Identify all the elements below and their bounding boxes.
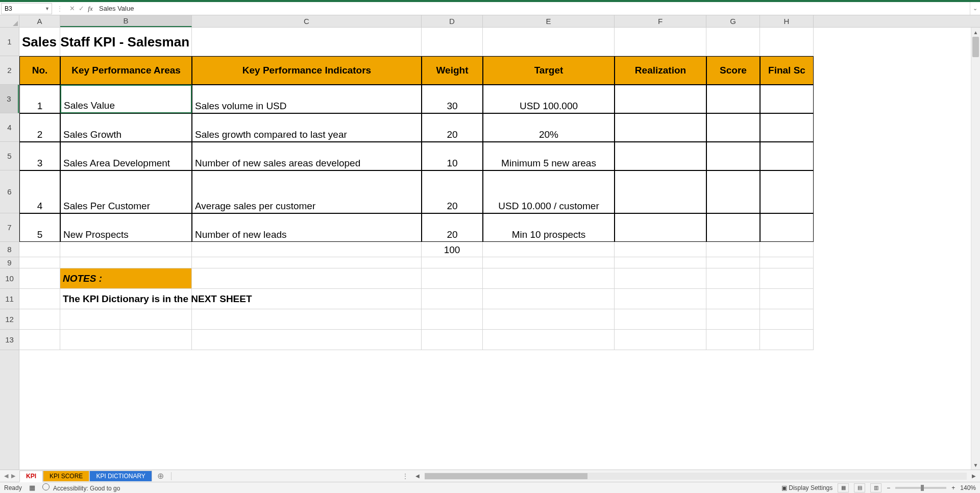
cell-E13[interactable]: [483, 330, 615, 350]
cell-H10[interactable]: [760, 268, 814, 289]
cell-H8[interactable]: [760, 242, 814, 257]
cell-G8[interactable]: [706, 242, 760, 257]
cell-F10[interactable]: [615, 268, 706, 289]
kpi-no-3[interactable]: 4: [19, 170, 60, 213]
display-settings-button[interactable]: ▣ Display Settings: [781, 484, 832, 491]
cell-A10[interactable]: [19, 268, 60, 289]
sheet-tab-kpi[interactable]: KPI: [19, 471, 43, 482]
kpi-weight-1[interactable]: 20: [422, 113, 483, 142]
col-header-B[interactable]: B: [60, 15, 192, 27]
kpi-target-3[interactable]: USD 10.000 / customer: [483, 170, 615, 213]
cell-E10[interactable]: [483, 268, 615, 289]
cell-E8[interactable]: [483, 242, 615, 257]
hscroll-right-icon[interactable]: ▶: [970, 473, 978, 479]
kpi-target-2[interactable]: Minimum 5 new areas: [483, 142, 615, 170]
scroll-down-icon[interactable]: ▼: [971, 460, 980, 470]
kpi-score-4[interactable]: [706, 213, 760, 242]
fx-icon[interactable]: fx: [86, 5, 95, 13]
cell-F12[interactable]: [615, 309, 706, 330]
cell-C10[interactable]: [192, 268, 422, 289]
cell-B13[interactable]: [60, 330, 192, 350]
accessibility-status[interactable]: Accessibility: Good to go: [42, 483, 120, 492]
name-box-dropdown-icon[interactable]: ▼: [45, 6, 50, 11]
formula-input[interactable]: Sales Value: [95, 2, 970, 15]
kpi-target-1[interactable]: 20%: [483, 113, 615, 142]
kpi-score-1[interactable]: [706, 113, 760, 142]
zoom-level[interactable]: 140%: [960, 484, 976, 491]
cell-E11[interactable]: [483, 289, 615, 309]
col-header-C[interactable]: C: [192, 15, 422, 27]
kpi-indicator-3[interactable]: Average sales per customer: [192, 170, 422, 213]
cell-C13[interactable]: [192, 330, 422, 350]
kpi-area-2[interactable]: Sales Area Development: [60, 142, 192, 170]
header-target[interactable]: Target: [483, 56, 615, 85]
cell-F13[interactable]: [615, 330, 706, 350]
col-header-A[interactable]: A: [19, 15, 60, 27]
cell-H1[interactable]: [760, 28, 814, 56]
cell-H12[interactable]: [760, 309, 814, 330]
cell-C8[interactable]: [192, 242, 422, 257]
hscroll-left-icon[interactable]: ◀: [413, 473, 422, 479]
hscroll-track[interactable]: [425, 473, 967, 480]
formula-expand-icon[interactable]: ⌄: [970, 2, 980, 15]
kpi-no-4[interactable]: 5: [19, 213, 60, 242]
col-header-E[interactable]: E: [483, 15, 615, 27]
kpi-realization-0[interactable]: [615, 85, 706, 113]
cell-H13[interactable]: [760, 330, 814, 350]
cell-F1[interactable]: [615, 28, 706, 56]
kpi-no-1[interactable]: 2: [19, 113, 60, 142]
kpi-weight-2[interactable]: 10: [422, 142, 483, 170]
horizontal-scrollbar[interactable]: ◀ ▶: [411, 473, 980, 480]
row-header-4[interactable]: 4: [0, 113, 19, 142]
kpi-final-0[interactable]: [760, 85, 814, 113]
sheet-nav-prev-icon[interactable]: ◀: [4, 473, 8, 479]
page-layout-view-button[interactable]: ▤: [854, 483, 865, 492]
row-header-8[interactable]: 8: [0, 242, 19, 257]
row-header-11[interactable]: 11: [0, 289, 19, 309]
kpi-no-0[interactable]: 1: [19, 85, 60, 113]
kpi-area-3[interactable]: Sales Per Customer: [60, 170, 192, 213]
col-header-G[interactable]: G: [706, 15, 760, 27]
cell-D10[interactable]: [422, 268, 483, 289]
kpi-weight-0[interactable]: 30: [422, 85, 483, 113]
page-break-view-button[interactable]: ▥: [870, 483, 881, 492]
cell-H9[interactable]: [760, 257, 814, 268]
cell-A12[interactable]: [19, 309, 60, 330]
row-header-5[interactable]: 5: [0, 142, 19, 170]
kpi-score-3[interactable]: [706, 170, 760, 213]
row-header-2[interactable]: 2: [0, 56, 19, 85]
header-realization[interactable]: Realization: [615, 56, 706, 85]
header-kpi[interactable]: Key Performance Indicators: [192, 56, 422, 85]
scroll-up-icon[interactable]: ▲: [971, 28, 980, 37]
col-header-H[interactable]: H: [760, 15, 814, 27]
zoom-out-button[interactable]: −: [887, 484, 890, 491]
row-header-6[interactable]: 6: [0, 170, 19, 213]
row-header-10[interactable]: 10: [0, 268, 19, 289]
sheet-nav[interactable]: ◀ ▶: [0, 473, 19, 479]
cell-A11[interactable]: [19, 289, 60, 309]
kpi-area-4[interactable]: New Prospects: [60, 213, 192, 242]
kpi-final-3[interactable]: [760, 170, 814, 213]
cell-F9[interactable]: [615, 257, 706, 268]
kpi-realization-2[interactable]: [615, 142, 706, 170]
tab-split-handle[interactable]: ⋮: [399, 473, 411, 480]
kpi-weight-4[interactable]: 20: [422, 213, 483, 242]
cell-A8[interactable]: [19, 242, 60, 257]
kpi-final-4[interactable]: [760, 213, 814, 242]
sheet-nav-next-icon[interactable]: ▶: [11, 473, 15, 479]
row-header-1[interactable]: 1: [0, 28, 19, 56]
cell-F8[interactable]: [615, 242, 706, 257]
add-sheet-button[interactable]: ⊕: [152, 471, 169, 481]
cell-D12[interactable]: [422, 309, 483, 330]
kpi-area-1[interactable]: Sales Growth: [60, 113, 192, 142]
cell-A9[interactable]: [19, 257, 60, 268]
sheet-tab-kpi-dictionary[interactable]: KPI DICTIONARY: [89, 471, 152, 481]
cell-G1[interactable]: [706, 28, 760, 56]
kpi-target-4[interactable]: Min 10 prospects: [483, 213, 615, 242]
kpi-target-0[interactable]: USD 100.000: [483, 85, 615, 113]
kpi-no-2[interactable]: 3: [19, 142, 60, 170]
kpi-indicator-1[interactable]: Sales growth compared to last year: [192, 113, 422, 142]
kpi-realization-1[interactable]: [615, 113, 706, 142]
kpi-realization-3[interactable]: [615, 170, 706, 213]
cell-G10[interactable]: [706, 268, 760, 289]
